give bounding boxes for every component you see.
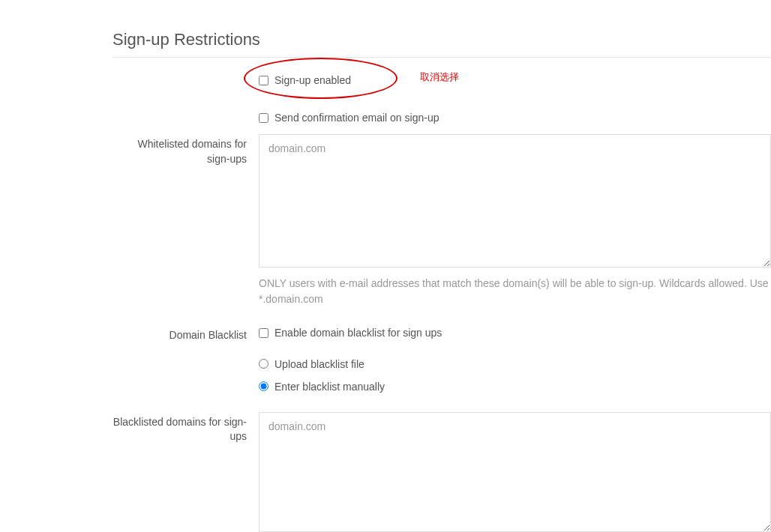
- enter-blacklist-manually-field[interactable]: Enter blacklist manually: [259, 379, 771, 394]
- enter-blacklist-manually-label: Enter blacklist manually: [274, 381, 385, 393]
- signup-enabled-label: Sign-up enabled: [274, 74, 351, 86]
- blacklisted-domains-textarea[interactable]: [259, 412, 771, 532]
- whitelisted-domains-label: Whitelisted domains for sign-ups: [112, 134, 259, 166]
- whitelisted-domains-textarea[interactable]: [259, 134, 771, 267]
- send-confirmation-checkbox[interactable]: [259, 113, 268, 123]
- section-title-signup-restrictions: Sign-up Restrictions: [112, 30, 771, 58]
- send-confirmation-label: Send confirmation email on sign-up: [274, 112, 439, 124]
- enable-domain-blacklist-label: Enable domain blacklist for sign ups: [274, 327, 442, 339]
- upload-blacklist-file-field[interactable]: Upload blacklist file: [259, 357, 771, 372]
- domain-blacklist-label: Domain Blacklist: [112, 325, 259, 343]
- whitelist-help-text: ONLY users with e-mail addresses that ma…: [259, 276, 771, 307]
- enable-domain-blacklist-field[interactable]: Enable domain blacklist for sign ups: [259, 325, 771, 340]
- upload-blacklist-file-label: Upload blacklist file: [274, 358, 364, 370]
- send-confirmation-field[interactable]: Send confirmation email on sign-up: [259, 110, 771, 125]
- signup-enabled-checkbox[interactable]: [259, 76, 268, 85]
- enable-domain-blacklist-checkbox[interactable]: [259, 328, 268, 338]
- signup-enabled-field[interactable]: Sign-up enabled: [259, 73, 771, 88]
- blacklisted-domains-label: Blacklisted domains for sign-ups: [112, 412, 259, 444]
- enter-blacklist-manually-radio[interactable]: [259, 381, 268, 391]
- upload-blacklist-file-radio[interactable]: [259, 359, 268, 369]
